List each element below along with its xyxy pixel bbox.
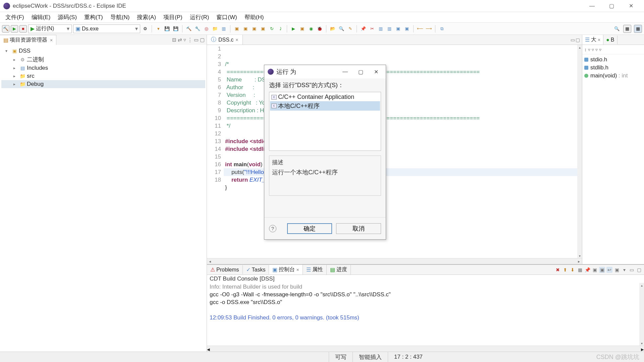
layout4-icon[interactable]: ▣ xyxy=(403,25,411,33)
tab-tasks[interactable]: ✓Tasks xyxy=(243,265,269,274)
wrench-icon[interactable]: 🔧 xyxy=(194,25,201,33)
refresh-icon[interactable]: ↻ xyxy=(268,25,275,33)
saveall-icon[interactable]: 💾 xyxy=(172,25,179,33)
filter4-icon[interactable]: ▿ xyxy=(599,47,601,52)
editor-tab-dssc[interactable]: ⓘ DSS.c × xyxy=(207,35,243,45)
tab-properties[interactable]: ☰属性 xyxy=(303,265,327,275)
gear-icon[interactable]: ⚙ xyxy=(142,25,149,33)
vertical-scrollbar[interactable]: ▴▾ xyxy=(577,45,582,258)
search-toolbar-icon[interactable]: 🔍 xyxy=(613,25,621,33)
new-dropdown-icon[interactable]: ▾ xyxy=(155,25,162,33)
search-icon[interactable]: 🔍 xyxy=(338,25,345,33)
box1-icon[interactable]: ▣ xyxy=(233,25,240,33)
menu-project[interactable]: 项目(P) xyxy=(160,12,186,22)
console-output[interactable]: Info: Internal Builder is used for build… xyxy=(207,283,644,346)
layout1-icon[interactable]: ▥ xyxy=(377,25,384,33)
profile-icon[interactable]: ◉ xyxy=(307,25,315,33)
minimize-icon[interactable]: ▭ xyxy=(194,37,199,43)
minimize-icon[interactable]: ▭ xyxy=(571,37,575,43)
dialog-close-button[interactable]: ✕ xyxy=(370,67,382,77)
task-icon[interactable]: ✎ xyxy=(346,25,354,33)
outline-tab[interactable]: ☰大× xyxy=(582,35,603,45)
filter2-icon[interactable]: ▿ xyxy=(592,47,594,52)
tree-src[interactable]: ▸📁src xyxy=(1,72,205,80)
menu-window[interactable]: 窗口(W) xyxy=(213,12,240,22)
run-mode-container[interactable]: cC/C++ Container Application xyxy=(270,93,380,101)
newwin-icon[interactable]: ⧉ xyxy=(438,25,445,33)
project-explorer-tab[interactable]: ▤ 项目资源管理器 × xyxy=(0,35,56,45)
scroll-down-icon[interactable]: ⬇ xyxy=(570,267,576,273)
link-editor-icon[interactable]: ⇄ xyxy=(178,37,182,43)
tab-problems[interactable]: ⚠Problems xyxy=(207,265,243,274)
scroll-up-icon[interactable]: ⬆ xyxy=(562,267,568,273)
max-panel-icon[interactable]: ▢ xyxy=(636,267,642,273)
sort-icon[interactable]: ↕ xyxy=(584,47,587,52)
open-perspective-button[interactable]: ▦ xyxy=(623,25,631,33)
outline-item-stdio[interactable]: stdio.h xyxy=(584,56,642,64)
window-close-button[interactable]: ✕ xyxy=(621,0,641,12)
sheet-icon[interactable]: ▥ xyxy=(220,25,227,33)
tree-project-root[interactable]: ▾▣DSS xyxy=(1,47,205,55)
display-selected-icon[interactable]: ▣ xyxy=(592,267,598,273)
stop-button[interactable]: ■ xyxy=(19,25,27,33)
run-mode-local[interactable]: c本地C/C++程序 xyxy=(270,101,380,111)
target-icon[interactable]: ◎ xyxy=(203,25,210,33)
menu-refactor[interactable]: 重构(T) xyxy=(81,12,106,22)
debug-bug-icon[interactable]: 🐞 xyxy=(316,25,323,33)
debug-run-icon[interactable]: ▶ xyxy=(290,25,297,33)
close-icon[interactable]: × xyxy=(235,37,238,43)
window-minimize-button[interactable]: — xyxy=(582,0,602,12)
menu-run[interactable]: 运行(R) xyxy=(186,12,213,22)
run-mode-list[interactable]: cC/C++ Container Application c本地C/C++程序 xyxy=(269,92,381,151)
layout2-icon[interactable]: ▥ xyxy=(386,25,393,33)
view-menu-icon[interactable]: ⋮ xyxy=(187,37,193,43)
close-icon[interactable]: × xyxy=(50,38,53,43)
breakpoint-tab[interactable]: ●B xyxy=(603,36,617,44)
menu-source[interactable]: 源码(S) xyxy=(54,12,80,22)
cut-icon[interactable]: ✂ xyxy=(368,25,376,33)
back-icon[interactable]: ⟵ xyxy=(416,25,424,33)
save-icon[interactable]: 💾 xyxy=(163,25,171,33)
menu-search[interactable]: 搜索(A) xyxy=(133,12,159,22)
help-icon[interactable]: ? xyxy=(269,225,276,232)
remove-launch-icon[interactable]: ✖ xyxy=(555,267,561,273)
console-vscroll[interactable]: ▴▾ xyxy=(639,283,644,346)
dialog-maximize-button[interactable]: ▢ xyxy=(354,67,367,77)
menu-file[interactable]: 文件(F) xyxy=(2,12,28,22)
pin-icon[interactable]: 📌 xyxy=(360,25,367,33)
box4-icon[interactable]: ▣ xyxy=(259,25,267,33)
exe-combo[interactable]: ▣Ds.exe▾ xyxy=(73,24,140,33)
tab-console[interactable]: ▣控制台× xyxy=(269,265,303,275)
cancel-button[interactable]: 取消 xyxy=(336,223,381,234)
coverage-icon[interactable]: ▣ xyxy=(299,25,306,33)
filter3-icon[interactable]: ▿ xyxy=(595,47,598,52)
filter1-icon[interactable]: ▿ xyxy=(588,47,590,52)
folder-icon[interactable]: 📁 xyxy=(211,25,219,33)
forward-icon[interactable]: ⟶ xyxy=(425,25,432,33)
close-icon[interactable]: × xyxy=(296,267,299,273)
filter-icon[interactable]: ▿ xyxy=(183,37,186,43)
clear-console-icon[interactable]: ▦ xyxy=(577,267,583,273)
skip-icon[interactable]: ⤸ xyxy=(277,25,284,33)
window-maximize-button[interactable]: ▢ xyxy=(602,0,621,12)
show-console-icon[interactable]: ▣ xyxy=(599,267,605,273)
tab-progress[interactable]: ▤进度 xyxy=(327,265,351,275)
tree-binaries[interactable]: ▸⚙二进制 xyxy=(1,55,205,64)
dialog-minimize-button[interactable]: — xyxy=(339,67,352,77)
menu-help[interactable]: 帮助(H) xyxy=(241,12,267,22)
build-hammer-icon[interactable]: 🔨 xyxy=(185,25,193,33)
close-icon[interactable]: × xyxy=(598,37,600,43)
run-config-combo[interactable]: ▶运行(N)▾ xyxy=(28,24,72,33)
maximize-icon[interactable]: ▢ xyxy=(200,37,205,43)
menu-navigate[interactable]: 导航(N) xyxy=(107,12,133,22)
box2-icon[interactable]: ▣ xyxy=(242,25,249,33)
maximize-icon[interactable]: ▢ xyxy=(576,37,580,43)
min-panel-icon[interactable]: ▭ xyxy=(629,267,635,273)
outline-item-stdlib[interactable]: stdlib.h xyxy=(584,64,642,72)
open-type-icon[interactable]: 📂 xyxy=(329,25,336,33)
build-button[interactable]: 🔨 xyxy=(2,25,9,33)
new-console-icon[interactable]: ▣ xyxy=(614,267,620,273)
ok-button[interactable]: 确定 xyxy=(287,223,332,234)
horizontal-scrollbar[interactable]: ◂▸ xyxy=(207,258,582,264)
wrap-icon[interactable]: ↩ xyxy=(606,267,612,273)
